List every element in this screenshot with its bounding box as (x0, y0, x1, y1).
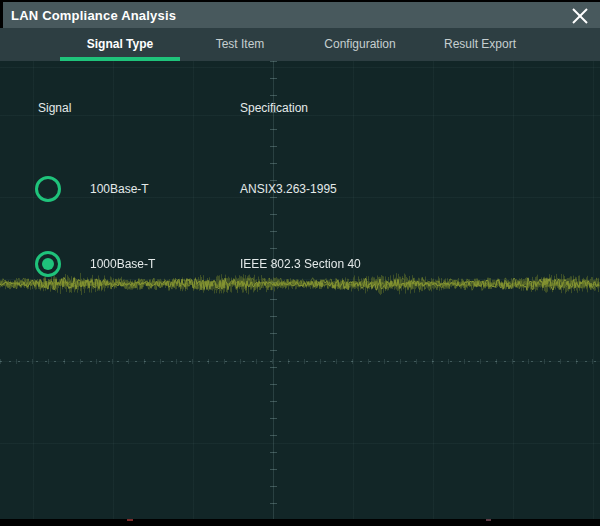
signal-label: 1000Base-T (90, 257, 155, 271)
close-icon (571, 7, 589, 25)
dialog-title: LAN Compliance Analysis (3, 8, 176, 23)
tab-result-export[interactable]: Result Export (420, 28, 540, 61)
column-header-signal: Signal (38, 101, 71, 115)
radio-dot (42, 258, 54, 270)
specification-label: ANSIX3.263-1995 (240, 182, 337, 196)
graticule-horizontal-axis-ticks (0, 359, 600, 364)
dialog-content: Signal Specification 100Base-T ANSIX3.26… (0, 61, 600, 519)
signal-row-1000base-t[interactable]: 1000Base-T IEEE 802.3 Section 40 (0, 249, 600, 279)
radio-100base-t[interactable] (35, 176, 61, 202)
signal-label: 100Base-T (90, 182, 149, 196)
tab-test-item[interactable]: Test Item (180, 28, 300, 61)
bottom-edge-bar (0, 519, 600, 526)
tab-signal-type[interactable]: Signal Type (60, 28, 180, 61)
dialog-titlebar: LAN Compliance Analysis (0, 0, 600, 28)
oscilloscope-screen: LAN Compliance Analysis Signal Type Test… (0, 0, 600, 526)
channel-marker-tick (127, 519, 133, 521)
column-header-specification: Specification (240, 101, 308, 115)
radio-1000base-t[interactable] (35, 251, 61, 277)
tab-bar: Signal Type Test Item Configuration Resu… (0, 28, 600, 61)
signal-row-100base-t[interactable]: 100Base-T ANSIX3.263-1995 (0, 174, 600, 204)
graticule-center-horizontal-axis (0, 361, 600, 362)
specification-label: IEEE 802.3 Section 40 (240, 257, 361, 271)
channel-marker-tick (486, 519, 491, 521)
tab-configuration[interactable]: Configuration (300, 28, 420, 61)
close-button[interactable] (568, 4, 592, 28)
